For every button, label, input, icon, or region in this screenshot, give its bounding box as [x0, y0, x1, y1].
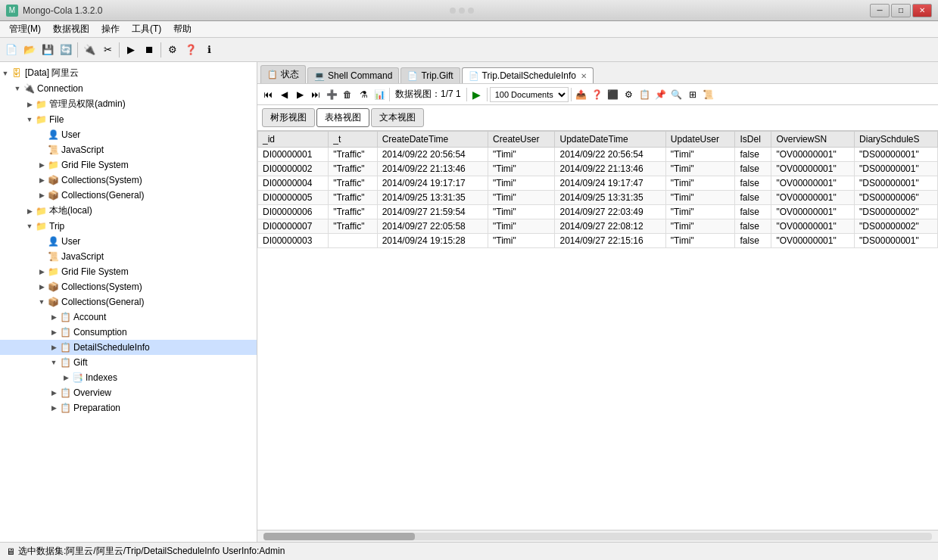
tree-toggle[interactable]	[36, 236, 47, 247]
tree-item-detailschedule[interactable]: ▶📋DetailScheduleInfo	[0, 340, 257, 355]
table-row[interactable]: DI00000001"Traffic"2014/09/22 20:56:54"T…	[258, 148, 938, 162]
tree-item-admin[interactable]: ▶📁管理员权限(admin)	[0, 96, 257, 112]
tree-toggle[interactable]: ▼	[0, 68, 11, 79]
delete-record-button[interactable]: 🗑	[340, 87, 355, 102]
tree-item-local[interactable]: ▶📁本地(local)	[0, 203, 257, 219]
nav-next-button[interactable]: ▶	[292, 87, 307, 102]
tree-toggle[interactable]: ▶	[36, 282, 47, 292]
tree-toggle[interactable]: ▶	[48, 403, 59, 413]
tree-toggle[interactable]: ▶	[48, 327, 59, 338]
tree-item-file[interactable]: ▼📁File	[0, 112, 257, 127]
horizontal-scrollbar[interactable]	[257, 530, 938, 542]
tab-detail[interactable]: 📄 Trip.DetailScheduleInfo ✕	[462, 67, 594, 83]
tree-toggle[interactable]: ▶	[48, 387, 59, 398]
tb-disconnect[interactable]: ✂	[99, 42, 116, 58]
tree-toggle[interactable]: ▼	[24, 221, 35, 232]
menu-manage[interactable]: 管理(M)	[3, 21, 47, 37]
view-tree[interactable]: 树形视图	[262, 108, 315, 127]
tree-toggle[interactable]	[36, 251, 47, 262]
import-button[interactable]: ❓	[590, 87, 605, 102]
table-row[interactable]: DI00000005"Traffic"2014/09/25 13:31:35"T…	[258, 191, 938, 205]
menu-tools[interactable]: 工具(T)	[126, 21, 167, 37]
nav-first-button[interactable]: ⏮	[260, 87, 276, 102]
filter-button[interactable]: ⚗	[356, 87, 371, 102]
tab-status[interactable]: 📋 状态	[260, 65, 306, 83]
tb-open[interactable]: 📂	[21, 42, 38, 58]
tree-toggle[interactable]: ▼	[24, 114, 35, 125]
grid-button[interactable]: ⊞	[685, 87, 700, 102]
tree-toggle[interactable]: ▶	[36, 266, 47, 277]
tree-item-user2[interactable]: 👤User	[0, 234, 257, 249]
close-button[interactable]: ✕	[912, 4, 932, 17]
col-header-updateuser[interactable]: UpdateUser	[665, 132, 735, 148]
tree-toggle[interactable]	[36, 145, 47, 155]
col-header-createuser[interactable]: CreateUser	[488, 132, 555, 148]
docs-count-select[interactable]: 100 Documents 50 Documents 200 Documents	[490, 87, 569, 102]
tb-save[interactable]: 💾	[39, 42, 56, 58]
menu-dataview[interactable]: 数据视图	[47, 21, 95, 37]
nav-last-button[interactable]: ⏭	[308, 87, 323, 102]
tree-item-trip[interactable]: ▼📁Trip	[0, 219, 257, 234]
tree-item-consumption[interactable]: ▶📋Consumption	[0, 325, 257, 340]
tab-detail-close[interactable]: ✕	[581, 72, 587, 80]
menu-operation[interactable]: 操作	[95, 21, 126, 37]
table-row[interactable]: DI000000032014/09/24 19:15:28"Timi"2014/…	[258, 234, 938, 248]
play-button[interactable]: ▶	[469, 87, 485, 102]
tree-item-preparation[interactable]: ▶📋Preparation	[0, 400, 257, 415]
tb-connect[interactable]: 🔌	[81, 42, 98, 58]
tree-toggle[interactable]: ▼	[12, 83, 23, 94]
col-header-_t[interactable]: _t	[329, 132, 377, 148]
tree-toggle[interactable]: ▼	[36, 297, 47, 307]
col-header-isdel[interactable]: IsDel	[735, 132, 771, 148]
tree-item-gridfs1[interactable]: ▶📁Grid File System	[0, 157, 257, 173]
col-header-diaryschdules[interactable]: DiarySchduleS	[855, 132, 938, 148]
tree-item-gift[interactable]: ▼📋Gift	[0, 355, 257, 370]
table-row[interactable]: DI00000004"Traffic"2014/09/24 19:17:17"T…	[258, 176, 938, 191]
nav-prev-button[interactable]: ◀	[276, 87, 291, 102]
search2-button[interactable]: 🔍	[669, 87, 684, 102]
copy-button[interactable]: 📋	[637, 87, 653, 102]
export-button[interactable]: 📤	[574, 87, 589, 102]
tree-toggle[interactable]	[36, 129, 47, 140]
tab-tripgift[interactable]: 📄 Trip.Gift	[400, 67, 460, 83]
tree-toggle[interactable]: ▶	[48, 312, 59, 322]
tree-toggle[interactable]: ▶	[24, 206, 35, 216]
tab-shell[interactable]: 💻 Shell Command	[307, 67, 399, 83]
tree-item-coll_gen1[interactable]: ▶📦Collections(General)	[0, 188, 257, 203]
tree-item-js1[interactable]: 📜JavaScript	[0, 142, 257, 157]
col-header-updatedatetime[interactable]: UpdateDateTime	[555, 132, 665, 148]
tree-toggle[interactable]: ▶	[36, 160, 47, 170]
sort-button[interactable]: 📊	[372, 87, 387, 102]
tree-item-account[interactable]: ▶📋Account	[0, 310, 257, 325]
stop-button[interactable]: ⬛	[606, 87, 621, 102]
col-header-_id[interactable]: _id	[258, 132, 329, 148]
col-header-overviewsn[interactable]: OverviewSN	[771, 132, 855, 148]
tree-item-coll_sys1[interactable]: ▶📦Collections(System)	[0, 173, 257, 188]
tree-toggle[interactable]: ▶	[61, 372, 71, 383]
tree-item-data_alicloud[interactable]: ▼🗄[Data] 阿里云	[0, 65, 257, 81]
tree-item-connection[interactable]: ▼🔌Connection	[0, 81, 257, 96]
tree-item-gridfs2[interactable]: ▶📁Grid File System	[0, 264, 257, 279]
minimize-button[interactable]: ─	[870, 4, 890, 17]
tb-new[interactable]: 📄	[3, 42, 20, 58]
tb-refresh[interactable]: 🔄	[58, 42, 74, 58]
tree-toggle[interactable]: ▶	[36, 190, 47, 201]
view-text[interactable]: 文本视图	[371, 108, 424, 127]
tree-item-overview[interactable]: ▶📋Overview	[0, 385, 257, 400]
table-row[interactable]: DI00000002"Traffic"2014/09/22 21:13:46"T…	[258, 162, 938, 176]
tb-stop[interactable]: ⏹	[141, 42, 157, 58]
tree-toggle[interactable]: ▼	[48, 357, 59, 368]
maximize-button[interactable]: □	[891, 4, 911, 17]
tb-run[interactable]: ▶	[123, 42, 139, 58]
tree-toggle[interactable]: ▶	[48, 342, 59, 353]
col-header-createdatetime[interactable]: CreateDateTime	[377, 132, 488, 148]
tree-toggle[interactable]: ▶	[36, 175, 47, 185]
tree-item-user1[interactable]: 👤User	[0, 127, 257, 142]
menu-help[interactable]: 帮助	[167, 21, 198, 37]
view-table[interactable]: 表格视图	[316, 108, 369, 127]
tb-about[interactable]: ℹ	[201, 42, 217, 58]
script-button[interactable]: 📜	[701, 87, 716, 102]
table-row[interactable]: DI00000006"Traffic"2014/09/27 21:59:54"T…	[258, 205, 938, 219]
add-record-button[interactable]: ➕	[324, 87, 339, 102]
tree-item-coll_gen2[interactable]: ▼📦Collections(General)	[0, 294, 257, 310]
